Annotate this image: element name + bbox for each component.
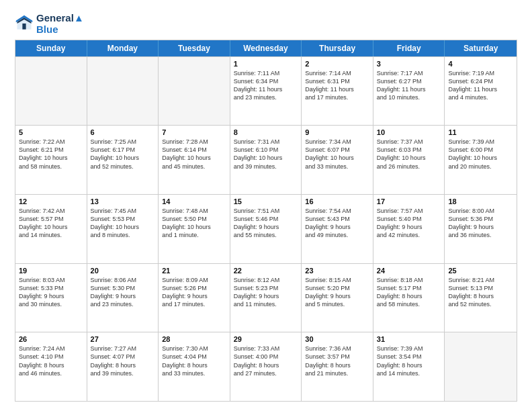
- cell-info: Sunrise: 8:03 AMSunset: 5:33 PMDaylight:…: [19, 276, 83, 309]
- cell-info: Sunrise: 8:15 AMSunset: 5:20 PMDaylight:…: [305, 276, 369, 309]
- day-cell-19: 19Sunrise: 8:03 AMSunset: 5:33 PMDayligh…: [15, 264, 87, 332]
- cell-info: Sunrise: 7:19 AMSunset: 6:24 PMDaylight:…: [448, 69, 513, 102]
- header-day-thursday: Thursday: [302, 40, 373, 56]
- cell-info: Sunrise: 8:00 AMSunset: 5:36 PMDaylight:…: [448, 207, 513, 240]
- cell-info: Sunrise: 7:51 AMSunset: 5:46 PMDaylight:…: [234, 207, 298, 240]
- cell-info: Sunrise: 7:31 AMSunset: 6:10 PMDaylight:…: [234, 138, 298, 171]
- day-cell-28: 28Sunrise: 7:30 AMSunset: 4:04 PMDayligh…: [159, 332, 230, 401]
- day-cell-14: 14Sunrise: 7:48 AMSunset: 5:50 PMDayligh…: [159, 195, 230, 263]
- day-cell-22: 22Sunrise: 8:12 AMSunset: 5:23 PMDayligh…: [230, 264, 302, 332]
- day-cell-16: 16Sunrise: 7:54 AMSunset: 5:43 PMDayligh…: [302, 195, 373, 263]
- day-cell-17: 17Sunrise: 7:57 AMSunset: 5:40 PMDayligh…: [373, 195, 445, 263]
- week-5: 26Sunrise: 7:24 AMSunset: 4:10 PMDayligh…: [15, 332, 517, 401]
- cell-info: Sunrise: 7:45 AMSunset: 5:53 PMDaylight:…: [91, 207, 155, 240]
- day-number: 26: [19, 335, 83, 343]
- day-number: 29: [234, 335, 298, 343]
- day-cell-15: 15Sunrise: 7:51 AMSunset: 5:46 PMDayligh…: [230, 195, 302, 263]
- day-cell-21: 21Sunrise: 8:09 AMSunset: 5:26 PMDayligh…: [159, 264, 230, 332]
- cell-info: Sunrise: 7:14 AMSunset: 6:31 PMDaylight:…: [305, 69, 369, 102]
- header-day-saturday: Saturday: [445, 40, 517, 56]
- day-number: 1: [234, 60, 298, 68]
- header-day-sunday: Sunday: [15, 40, 87, 56]
- cell-info: Sunrise: 7:39 AMSunset: 3:54 PMDaylight:…: [377, 345, 441, 377]
- day-cell-31: 31Sunrise: 7:39 AMSunset: 3:54 PMDayligh…: [373, 332, 445, 401]
- cell-info: Sunrise: 7:57 AMSunset: 5:40 PMDaylight:…: [377, 207, 441, 240]
- empty-cell-4-6: [445, 332, 517, 401]
- cell-info: Sunrise: 7:48 AMSunset: 5:50 PMDaylight:…: [162, 207, 226, 240]
- cell-info: Sunrise: 7:54 AMSunset: 5:43 PMDaylight:…: [305, 207, 369, 240]
- day-number: 7: [162, 128, 226, 136]
- cell-info: Sunrise: 7:28 AMSunset: 6:14 PMDaylight:…: [162, 138, 226, 171]
- day-number: 11: [448, 128, 513, 136]
- week-1: 1Sunrise: 7:11 AMSunset: 6:34 PMDaylight…: [15, 56, 517, 126]
- day-cell-7: 7Sunrise: 7:28 AMSunset: 6:14 PMDaylight…: [159, 126, 230, 194]
- day-number: 20: [91, 267, 155, 275]
- day-number: 9: [305, 128, 369, 136]
- calendar-body: 1Sunrise: 7:11 AMSunset: 6:34 PMDaylight…: [15, 56, 517, 402]
- cell-info: Sunrise: 8:18 AMSunset: 5:17 PMDaylight:…: [377, 276, 441, 309]
- logo-icon: [15, 14, 34, 33]
- day-number: 13: [91, 197, 155, 205]
- day-cell-9: 9Sunrise: 7:34 AMSunset: 6:07 PMDaylight…: [302, 126, 373, 194]
- week-2: 5Sunrise: 7:22 AMSunset: 6:21 PMDaylight…: [15, 125, 517, 194]
- cell-info: Sunrise: 7:25 AMSunset: 6:17 PMDaylight:…: [91, 138, 155, 171]
- day-number: 10: [377, 128, 441, 136]
- day-cell-26: 26Sunrise: 7:24 AMSunset: 4:10 PMDayligh…: [15, 332, 87, 401]
- day-number: 27: [91, 335, 155, 343]
- day-cell-4: 4Sunrise: 7:19 AMSunset: 6:24 PMDaylight…: [445, 57, 517, 126]
- day-cell-23: 23Sunrise: 8:15 AMSunset: 5:20 PMDayligh…: [302, 264, 373, 332]
- calendar: SundayMondayTuesdayWednesdayThursdayFrid…: [15, 40, 517, 402]
- empty-cell-0-0: [15, 57, 87, 126]
- day-number: 5: [19, 128, 83, 136]
- day-number: 6: [91, 128, 155, 136]
- day-cell-5: 5Sunrise: 7:22 AMSunset: 6:21 PMDaylight…: [15, 126, 87, 194]
- day-cell-18: 18Sunrise: 8:00 AMSunset: 5:36 PMDayligh…: [445, 195, 517, 263]
- day-cell-25: 25Sunrise: 8:21 AMSunset: 5:13 PMDayligh…: [445, 264, 517, 332]
- day-cell-3: 3Sunrise: 7:17 AMSunset: 6:27 PMDaylight…: [373, 57, 445, 126]
- cell-info: Sunrise: 7:34 AMSunset: 6:07 PMDaylight:…: [305, 138, 369, 171]
- day-number: 14: [162, 197, 226, 205]
- day-number: 24: [377, 267, 441, 275]
- day-cell-13: 13Sunrise: 7:45 AMSunset: 5:53 PMDayligh…: [87, 195, 159, 263]
- day-cell-24: 24Sunrise: 8:18 AMSunset: 5:17 PMDayligh…: [373, 264, 445, 332]
- cell-info: Sunrise: 7:30 AMSunset: 4:04 PMDaylight:…: [162, 345, 226, 377]
- day-number: 30: [305, 335, 369, 343]
- day-cell-1: 1Sunrise: 7:11 AMSunset: 6:34 PMDaylight…: [230, 57, 302, 126]
- day-cell-20: 20Sunrise: 8:06 AMSunset: 5:30 PMDayligh…: [87, 264, 159, 332]
- day-cell-6: 6Sunrise: 7:25 AMSunset: 6:17 PMDaylight…: [87, 126, 159, 194]
- header-day-wednesday: Wednesday: [230, 40, 302, 56]
- day-cell-27: 27Sunrise: 7:27 AMSunset: 4:07 PMDayligh…: [87, 332, 159, 401]
- day-number: 19: [19, 267, 83, 275]
- day-cell-10: 10Sunrise: 7:37 AMSunset: 6:03 PMDayligh…: [373, 126, 445, 194]
- page: General▲Blue SundayMondayTuesdayWednesda…: [0, 0, 532, 411]
- cell-info: Sunrise: 7:36 AMSunset: 3:57 PMDaylight:…: [305, 345, 369, 377]
- day-cell-30: 30Sunrise: 7:36 AMSunset: 3:57 PMDayligh…: [302, 332, 373, 401]
- cell-info: Sunrise: 7:11 AMSunset: 6:34 PMDaylight:…: [234, 69, 298, 102]
- header-day-tuesday: Tuesday: [159, 40, 230, 56]
- day-number: 17: [377, 197, 441, 205]
- logo-text: General▲Blue: [36, 12, 84, 36]
- header: General▲Blue: [15, 12, 517, 36]
- day-number: 8: [234, 128, 298, 136]
- cell-info: Sunrise: 7:37 AMSunset: 6:03 PMDaylight:…: [377, 138, 441, 171]
- day-number: 3: [377, 60, 441, 68]
- week-4: 19Sunrise: 8:03 AMSunset: 5:33 PMDayligh…: [15, 263, 517, 332]
- header-day-friday: Friday: [373, 40, 445, 56]
- empty-cell-0-1: [87, 57, 159, 126]
- day-number: 25: [448, 267, 513, 275]
- day-number: 4: [448, 60, 513, 68]
- day-cell-12: 12Sunrise: 7:42 AMSunset: 5:57 PMDayligh…: [15, 195, 87, 263]
- day-number: 16: [305, 197, 369, 205]
- day-cell-8: 8Sunrise: 7:31 AMSunset: 6:10 PMDaylight…: [230, 126, 302, 194]
- day-cell-2: 2Sunrise: 7:14 AMSunset: 6:31 PMDaylight…: [302, 57, 373, 126]
- cell-info: Sunrise: 8:21 AMSunset: 5:13 PMDaylight:…: [448, 276, 513, 309]
- cell-info: Sunrise: 8:06 AMSunset: 5:30 PMDaylight:…: [91, 276, 155, 309]
- cell-info: Sunrise: 7:33 AMSunset: 4:00 PMDaylight:…: [234, 345, 298, 377]
- day-number: 15: [234, 197, 298, 205]
- day-cell-11: 11Sunrise: 7:39 AMSunset: 6:00 PMDayligh…: [445, 126, 517, 194]
- svg-rect-3: [22, 24, 26, 30]
- cell-info: Sunrise: 7:39 AMSunset: 6:00 PMDaylight:…: [448, 138, 513, 171]
- cell-info: Sunrise: 7:22 AMSunset: 6:21 PMDaylight:…: [19, 138, 83, 171]
- logo: General▲Blue: [15, 12, 84, 36]
- day-number: 18: [448, 197, 513, 205]
